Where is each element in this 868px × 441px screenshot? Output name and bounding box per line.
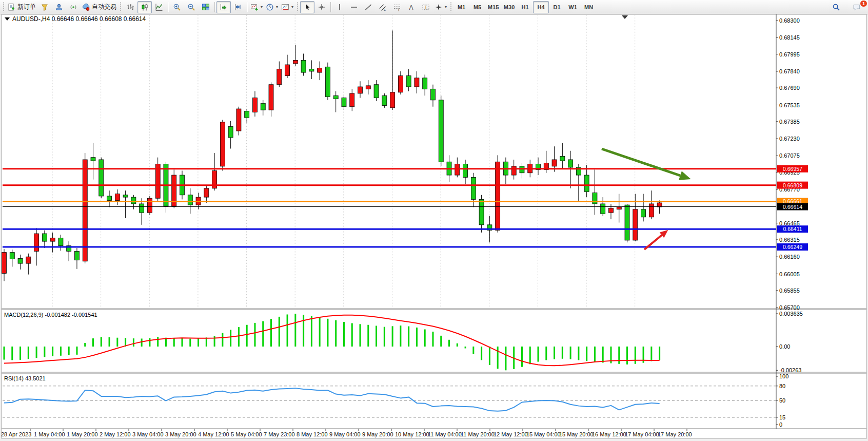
search-button[interactable] bbox=[829, 1, 843, 13]
signals-button[interactable] bbox=[66, 1, 81, 13]
timeframe-h4-button-label: H4 bbox=[538, 4, 545, 10]
candlestick-icon bbox=[141, 3, 149, 11]
bear-candle-body bbox=[463, 164, 468, 178]
tile-windows-icon bbox=[202, 3, 210, 11]
bull-candle-body bbox=[415, 78, 419, 87]
price-tick-label: 0.66315 bbox=[779, 237, 800, 243]
svg-text:A: A bbox=[409, 4, 413, 11]
timeframe-h1-button-label: H1 bbox=[522, 4, 529, 10]
timeframe-w1-button[interactable]: W1 bbox=[565, 1, 581, 13]
bull-candle-body bbox=[34, 234, 39, 251]
zoom-out-button[interactable] bbox=[184, 1, 199, 13]
timeframe-m30-button[interactable]: M30 bbox=[501, 1, 517, 13]
text-icon: A bbox=[407, 3, 416, 11]
fibonacci-icon: F bbox=[393, 3, 401, 11]
bull-candle-body bbox=[358, 87, 363, 93]
symbol-info: AUDUSD-,H4 0.66646 0.66646 0.66608 0.666… bbox=[5, 15, 146, 23]
rsi-label: RSI(14) 43.5021 bbox=[4, 375, 46, 381]
timeframe-m30-button-label: M30 bbox=[504, 4, 515, 10]
bear-candle-body bbox=[140, 204, 144, 213]
text-label-button[interactable]: T bbox=[419, 1, 433, 13]
bull-candle-body bbox=[50, 238, 55, 241]
notifications-button[interactable]: 1 bbox=[850, 1, 864, 13]
fibonacci-button[interactable]: F bbox=[390, 1, 404, 13]
candle bbox=[172, 169, 176, 208]
bear-candle-body bbox=[99, 160, 104, 196]
toolbar: 新订单自动交易▾▾▾EFAT▾M1M5M15M30H1H4D1W1MN1 bbox=[0, 0, 868, 14]
periods-icon bbox=[266, 3, 274, 11]
bull-candle-body bbox=[617, 207, 621, 209]
price-tick-label: 0.67995 bbox=[779, 51, 800, 57]
bar-chart-button[interactable] bbox=[123, 1, 137, 13]
svg-text:E: E bbox=[384, 8, 386, 11]
candlestick-chart-button[interactable] bbox=[137, 1, 152, 13]
arrows-button[interactable]: ▾ bbox=[433, 1, 448, 13]
indicators-button[interactable]: ▾ bbox=[249, 1, 264, 13]
trendline-button[interactable] bbox=[361, 1, 376, 13]
timeframe-h4-button[interactable]: H4 bbox=[533, 1, 549, 13]
time-label: 10 May 12:00 bbox=[395, 431, 429, 437]
toolbar-drag-handle bbox=[119, 2, 122, 12]
bear-candle-body bbox=[42, 234, 47, 241]
line-chart-button[interactable] bbox=[152, 1, 166, 13]
new-order-button-label: 新订单 bbox=[17, 3, 36, 11]
bear-candle-body bbox=[131, 197, 136, 204]
autotrading-icon bbox=[82, 3, 90, 11]
timeframe-h1-button[interactable]: H1 bbox=[517, 1, 533, 13]
support-line-2-price-badge: 0.66249 bbox=[777, 243, 808, 251]
time-label: 28 Apr 2023 bbox=[1, 431, 31, 437]
price-badge-text: 0.66957 bbox=[783, 166, 802, 172]
timeframe-m15-button[interactable]: M15 bbox=[485, 1, 501, 13]
cursor-button[interactable] bbox=[300, 1, 314, 13]
zoom-in-button[interactable] bbox=[170, 1, 184, 13]
periods-button[interactable]: ▾ bbox=[264, 1, 280, 13]
candle bbox=[382, 93, 387, 108]
bull-candle-body bbox=[398, 76, 403, 92]
time-label: 9 May 04:00 bbox=[329, 431, 361, 437]
bear-candle-body bbox=[107, 196, 112, 201]
equidistant-channel-button[interactable]: E bbox=[376, 1, 390, 13]
timeframe-d1-button-label: D1 bbox=[554, 4, 561, 10]
text-button[interactable]: A bbox=[404, 1, 419, 13]
candle bbox=[236, 107, 241, 136]
chart-shift-icon bbox=[234, 3, 242, 11]
bear-candle-body bbox=[261, 103, 265, 110]
templates-button[interactable]: ▾ bbox=[280, 1, 295, 13]
new-order-icon bbox=[8, 3, 16, 11]
bear-candle-body bbox=[74, 251, 79, 260]
crosshair-button[interactable] bbox=[314, 1, 329, 13]
bull-candle-body bbox=[649, 204, 654, 217]
timeframe-mn-button[interactable]: MN bbox=[581, 1, 597, 13]
horizontal-line-button[interactable] bbox=[347, 1, 361, 13]
bear-candle-body bbox=[301, 60, 306, 72]
candle bbox=[625, 204, 629, 242]
channel-icon: E bbox=[379, 3, 387, 11]
new-chart-button[interactable] bbox=[37, 1, 52, 13]
chart-background bbox=[2, 14, 866, 438]
bear-candle-body bbox=[325, 67, 330, 97]
tile-windows-button[interactable] bbox=[199, 1, 213, 13]
new-order-button[interactable]: 新订单 bbox=[6, 1, 37, 13]
autotrading-button[interactable]: 自动交易 bbox=[81, 1, 118, 13]
bear-candle-body bbox=[568, 160, 573, 167]
profiles-button[interactable] bbox=[52, 1, 66, 13]
bull-candle-body bbox=[236, 109, 241, 131]
timeframe-m5-button[interactable]: M5 bbox=[469, 1, 485, 13]
macd-tick-label: -0.00263 bbox=[779, 367, 801, 373]
auto-scroll-button[interactable] bbox=[216, 1, 231, 13]
chevron-down-icon: ▾ bbox=[276, 5, 278, 9]
bull-candle-body bbox=[318, 68, 322, 72]
candle bbox=[496, 155, 500, 233]
chart-shift-button[interactable] bbox=[231, 1, 245, 13]
line-chart-icon bbox=[155, 3, 163, 11]
price-badge-text: 0.66249 bbox=[783, 244, 802, 250]
timeframe-d1-button[interactable]: D1 bbox=[549, 1, 565, 13]
bull-candle-body bbox=[293, 60, 298, 63]
timeframe-m1-button[interactable]: M1 bbox=[453, 1, 469, 13]
price-badge-text: 0.66809 bbox=[783, 182, 802, 188]
bull-candle-body bbox=[285, 65, 290, 76]
price-tick-label: 0.67075 bbox=[779, 152, 800, 159]
vertical-line-button[interactable] bbox=[332, 1, 347, 13]
bear-candle-body bbox=[406, 76, 411, 87]
chevron-down-icon: ▾ bbox=[261, 5, 263, 9]
